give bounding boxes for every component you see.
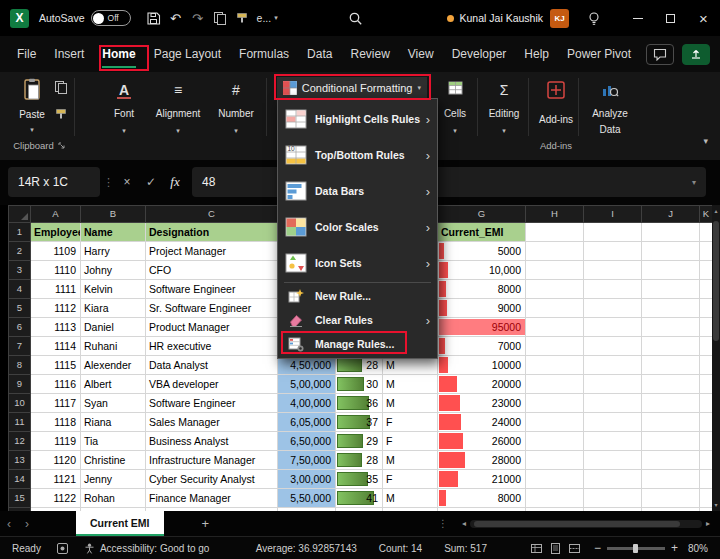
cell-J9[interactable]: [642, 375, 700, 394]
cell-G1[interactable]: Current_EMI: [438, 223, 526, 242]
row-header-13[interactable]: 13: [9, 451, 31, 470]
cell-E11[interactable]: 37: [336, 413, 383, 432]
row-header-8[interactable]: 8: [9, 356, 31, 375]
alignment-group-button[interactable]: ≡ Alignment ▾: [147, 78, 209, 136]
tab-developer[interactable]: Developer: [443, 36, 516, 72]
cell-J15[interactable]: [642, 489, 700, 508]
column-header-B[interactable]: B: [81, 206, 146, 223]
search-icon[interactable]: [344, 6, 366, 30]
minimize-button[interactable]: [621, 0, 654, 36]
column-header-K[interactable]: K: [700, 206, 713, 223]
cell-K13[interactable]: [700, 451, 713, 470]
maximize-button[interactable]: [654, 0, 687, 36]
column-header-H[interactable]: H: [526, 206, 584, 223]
cell-C7[interactable]: HR executive: [146, 337, 278, 356]
cell-I8[interactable]: [584, 356, 642, 375]
tab-view[interactable]: View: [399, 36, 443, 72]
cell-G10[interactable]: 23000: [438, 394, 526, 413]
row-header-7[interactable]: 7: [9, 337, 31, 356]
cell-K4[interactable]: [700, 280, 713, 299]
cell-H1[interactable]: [526, 223, 584, 242]
cancel-button[interactable]: ×: [116, 167, 138, 197]
cell-F14[interactable]: F: [383, 470, 438, 489]
cell-F13[interactable]: M: [383, 451, 438, 470]
cell-G9[interactable]: 20000: [438, 375, 526, 394]
cell-I5[interactable]: [584, 299, 642, 318]
row-header-9[interactable]: 9: [9, 375, 31, 394]
cell-G5[interactable]: 9000: [438, 299, 526, 318]
redo-icon[interactable]: ↷: [187, 6, 209, 30]
cell-E9[interactable]: 30: [336, 375, 383, 394]
format-painter-icon[interactable]: [54, 107, 68, 125]
column-header-C[interactable]: C: [146, 206, 278, 223]
user-name[interactable]: Kunal Jai Kaushik: [460, 12, 543, 24]
cell-I3[interactable]: [584, 261, 642, 280]
share-button[interactable]: [682, 44, 710, 65]
row-header-15[interactable]: 15: [9, 489, 31, 508]
tab-data[interactable]: Data: [298, 36, 341, 72]
cell-C10[interactable]: Software Engineer: [146, 394, 278, 413]
cell-I1[interactable]: [584, 223, 642, 242]
cell-C11[interactable]: Sales Manager: [146, 413, 278, 432]
cell-E14[interactable]: 35: [336, 470, 383, 489]
row-header-3[interactable]: 3: [9, 261, 31, 280]
row-header-12[interactable]: 12: [9, 432, 31, 451]
cell-J4[interactable]: [642, 280, 700, 299]
autosave-toggle[interactable]: Off: [91, 10, 131, 26]
tab-power-pivot[interactable]: Power Pivot: [558, 36, 640, 72]
user-avatar[interactable]: KJ: [550, 9, 569, 28]
cell-D15[interactable]: 5,50,000: [278, 489, 336, 508]
cell-K10[interactable]: [700, 394, 713, 413]
menu-item-top-bottom-rules[interactable]: 10 Top/Bottom Rules ›: [278, 137, 437, 173]
cell-A3[interactable]: 1110: [31, 261, 81, 280]
cell-B3[interactable]: Johny: [81, 261, 146, 280]
cell-C12[interactable]: Business Analyst: [146, 432, 278, 451]
cell-B12[interactable]: Tia: [81, 432, 146, 451]
cell-I6[interactable]: [584, 318, 642, 337]
cell-G8[interactable]: 10000: [438, 356, 526, 375]
cell-J5[interactable]: [642, 299, 700, 318]
cell-K12[interactable]: [700, 432, 713, 451]
cell-C2[interactable]: Project Manager: [146, 242, 278, 261]
cell-F9[interactable]: M: [383, 375, 438, 394]
row-header-1[interactable]: 1: [9, 223, 31, 242]
cell-C9[interactable]: VBA developer: [146, 375, 278, 394]
cell-B11[interactable]: Riana: [81, 413, 146, 432]
cell-G12[interactable]: 26000: [438, 432, 526, 451]
cell-H12[interactable]: [526, 432, 584, 451]
macro-record-icon[interactable]: [57, 543, 68, 554]
close-button[interactable]: ×: [687, 0, 720, 36]
cell-K6[interactable]: [700, 318, 713, 337]
insert-function-button[interactable]: fx: [164, 167, 186, 197]
analyze-data-button[interactable]: Analyze Data: [584, 78, 636, 136]
cell-I2[interactable]: [584, 242, 642, 261]
tab-options-icon[interactable]: ⋮: [438, 518, 448, 529]
addins-button[interactable]: Add-ins: [533, 78, 579, 136]
next-sheet-icon[interactable]: ›: [18, 517, 36, 531]
cell-G11[interactable]: 24000: [438, 413, 526, 432]
cell-J12[interactable]: [642, 432, 700, 451]
zoom-knob[interactable]: [633, 544, 638, 553]
cell-J7[interactable]: [642, 337, 700, 356]
cell-B4[interactable]: Kelvin: [81, 280, 146, 299]
row-header-6[interactable]: 6: [9, 318, 31, 337]
cell-H6[interactable]: [526, 318, 584, 337]
cell-H3[interactable]: [526, 261, 584, 280]
cell-H7[interactable]: [526, 337, 584, 356]
cell-K5[interactable]: [700, 299, 713, 318]
cell-K14[interactable]: [700, 470, 713, 489]
cell-B14[interactable]: Jenny: [81, 470, 146, 489]
cell-K7[interactable]: [700, 337, 713, 356]
row-header-11[interactable]: 11: [9, 413, 31, 432]
cell-F15[interactable]: M: [383, 489, 438, 508]
menu-item-data-bars[interactable]: Data Bars ›: [278, 173, 437, 209]
number-group-button[interactable]: # Number ▾: [209, 78, 263, 136]
cell-I10[interactable]: [584, 394, 642, 413]
cell-G6[interactable]: 95000: [438, 318, 526, 337]
cell-G13[interactable]: 28000: [438, 451, 526, 470]
cell-A10[interactable]: 1117: [31, 394, 81, 413]
comments-button[interactable]: [646, 44, 674, 65]
save-icon[interactable]: [143, 6, 165, 30]
zoom-in-icon[interactable]: +: [671, 541, 678, 555]
menu-item-new-rule[interactable]: New Rule...: [278, 284, 437, 308]
